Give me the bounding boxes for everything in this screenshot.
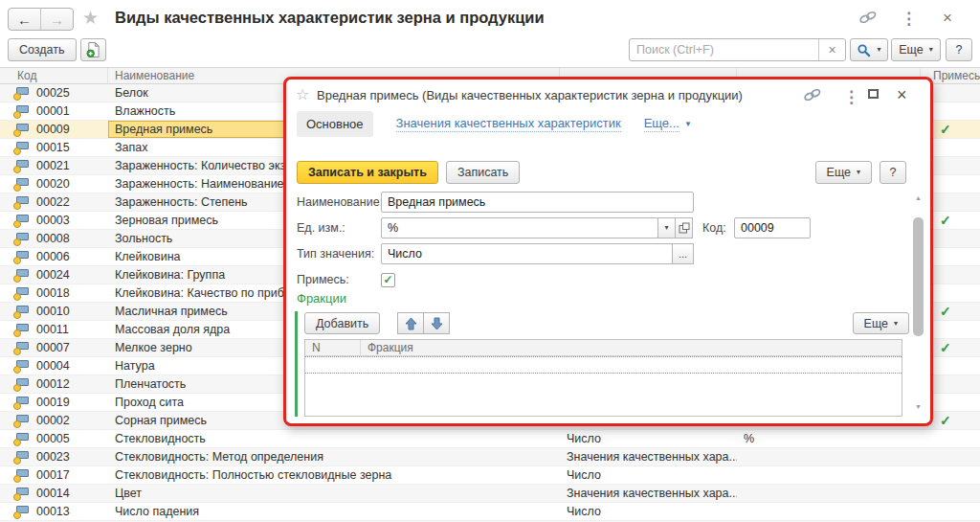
scrollbar-thumb[interactable]	[913, 217, 924, 336]
list-more-button[interactable]: Еще ▾	[891, 38, 941, 61]
impurity-field-row: Примесь: ✓	[297, 269, 395, 290]
favorites-star-icon[interactable]: ★	[82, 7, 99, 29]
forward-icon: →	[50, 11, 64, 28]
history-nav: ← →	[8, 8, 74, 31]
dialog-close-button[interactable]: ×	[897, 85, 907, 105]
search-button[interactable]: ▾	[850, 38, 888, 61]
checkmark-icon: ✓	[940, 122, 951, 137]
dialog-navigation: Основное Значения качественных характери…	[297, 111, 692, 137]
save-button[interactable]: Записать	[446, 161, 520, 184]
document-plus-icon	[86, 41, 100, 58]
table-row[interactable]: 00017Стекловидность: Полностью стекловид…	[0, 466, 980, 485]
catalog-item-icon	[13, 377, 29, 392]
add-fraction-button[interactable]: Добавить	[304, 312, 380, 334]
table-row[interactable]: 00005СтекловидностьЧисло%	[0, 430, 980, 448]
code-cell: 00001	[0, 102, 108, 120]
code-cell: 00003	[0, 212, 108, 229]
checkmark-icon: ✓	[940, 304, 951, 319]
get-link-button[interactable]	[858, 11, 878, 24]
code-cell: 00014	[0, 485, 108, 502]
code-cell: 00011	[0, 321, 108, 338]
unit-cell	[737, 503, 921, 520]
table-row[interactable]: 00014ЦветЗначения качественных хара...	[0, 485, 980, 503]
catalog-item-icon	[13, 396, 29, 410]
catalog-item-icon	[13, 468, 29, 483]
type-choose-button[interactable]: ...	[672, 243, 694, 264]
scroll-up-icon[interactable]: ▲	[913, 194, 924, 202]
code-cell: 00013	[0, 503, 108, 520]
unit-open-button[interactable]	[675, 217, 693, 238]
catalog-item-icon	[13, 305, 29, 319]
create-button[interactable]: Создать	[8, 38, 77, 61]
application-window: ← → ★ Виды качественных характеристик зе…	[0, 0, 980, 522]
impurity-checkbox[interactable]: ✓	[381, 273, 395, 287]
search-clear-button[interactable]: ×	[818, 39, 845, 60]
values-link[interactable]: Значения качественных характеристик	[396, 116, 621, 132]
forward-button[interactable]: →	[40, 9, 73, 30]
code-cell: 00020	[0, 175, 108, 193]
name-cell: Стекловидность	[108, 430, 560, 447]
move-down-button[interactable]	[423, 312, 450, 334]
clear-icon: ×	[828, 42, 835, 57]
fractions-column-n: N	[305, 340, 361, 355]
code-cell: 00022	[0, 193, 108, 211]
fractions-toolbar: Добавить	[304, 312, 450, 334]
unit-field-label: Ед. изм.:	[297, 221, 381, 235]
fractions-more-button[interactable]: Еще ▾	[853, 312, 909, 334]
catalog-item-icon	[13, 505, 29, 519]
code-cell: 00005	[0, 430, 108, 447]
fractions-section-title: Фракции	[297, 291, 346, 306]
dialog-help-button[interactable]: ?	[880, 161, 906, 184]
search-input[interactable]	[630, 39, 818, 60]
scroll-down-icon[interactable]: ▼	[913, 403, 924, 411]
caret-down-icon: ▾	[664, 224, 668, 232]
unit-dropdown-button[interactable]: ▾	[657, 217, 676, 238]
unit-cell	[737, 485, 921, 502]
code-cell: 00018	[0, 284, 108, 302]
code-cell: 00023	[0, 448, 108, 465]
close-icon: ×	[943, 9, 952, 28]
name-cell: Цвет	[108, 485, 560, 502]
fractions-column-fraction: Фракция	[361, 341, 413, 354]
type-input[interactable]	[381, 243, 673, 264]
move-up-icon	[405, 317, 417, 330]
kebab-menu-icon: ⋮	[901, 9, 917, 29]
code-cell: 00006	[0, 248, 108, 265]
back-button[interactable]: ←	[9, 9, 40, 30]
dialog-menu-button[interactable]: ⋮	[843, 87, 859, 107]
help-button[interactable]: ?	[946, 38, 972, 61]
code-cell: 00019	[0, 394, 108, 411]
dialog-more-button[interactable]: Еще ▾	[815, 161, 872, 184]
code-field-label: Код:	[702, 221, 734, 235]
create-new-folder-button[interactable]	[80, 38, 106, 61]
table-row[interactable]: 00023Стекловидность: Метод определенияЗн…	[0, 448, 980, 466]
tab-main[interactable]: Основное	[297, 111, 373, 137]
name-input[interactable]	[381, 192, 694, 213]
catalog-item-icon	[13, 450, 29, 465]
fractions-empty-row[interactable]	[305, 356, 902, 374]
open-item-icon	[679, 222, 690, 234]
table-row[interactable]: 00013Число паденияЧисло	[0, 503, 980, 521]
window-menu-button[interactable]: ⋮	[901, 9, 917, 29]
column-header-code[interactable]: Код	[0, 68, 108, 83]
code-cell: 00015	[0, 139, 108, 156]
ellipsis-icon: ...	[679, 252, 687, 256]
back-icon: ←	[17, 11, 32, 28]
more-button-label: Еще	[899, 43, 923, 57]
unit-cell	[737, 466, 921, 484]
catalog-item-icon	[13, 268, 29, 283]
code-input[interactable]	[734, 217, 811, 238]
dialog-get-link-button[interactable]	[803, 88, 822, 102]
dialog-maximize-button[interactable]	[868, 89, 879, 99]
impurity-cell	[921, 448, 980, 465]
dialog-title: Вредная примесь (Виды качественных харак…	[317, 88, 743, 102]
move-up-button[interactable]	[397, 312, 424, 334]
dialog-favorites-star-icon[interactable]: ☆	[296, 85, 309, 103]
code-cell: 00025	[0, 84, 108, 102]
save-and-close-button[interactable]: Записать и закрыть	[297, 161, 438, 184]
nav-more-link[interactable]: Еще... ▼	[644, 116, 692, 132]
type-field-label: Тип значения:	[297, 247, 381, 261]
window-close-button[interactable]: ×	[943, 9, 952, 28]
unit-input[interactable]	[381, 217, 658, 238]
code-cell: 00012	[0, 375, 108, 393]
